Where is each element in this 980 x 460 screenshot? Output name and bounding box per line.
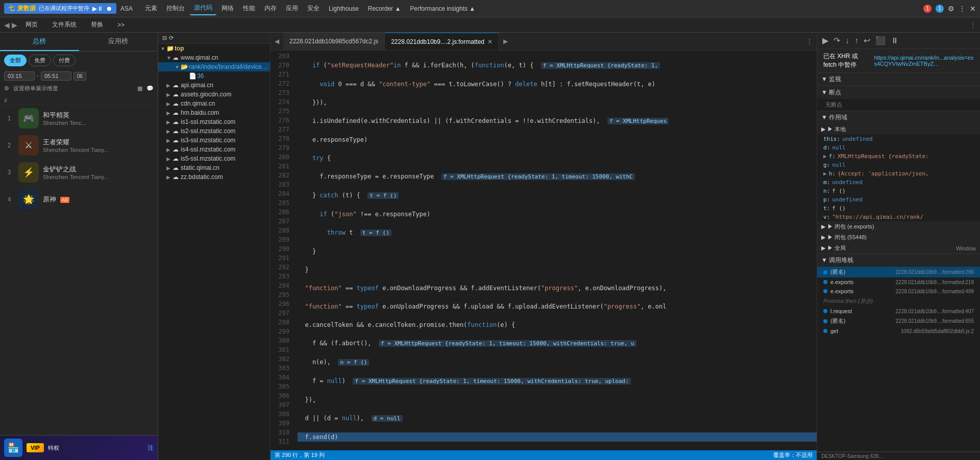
filter-paid[interactable]: 付费 bbox=[53, 55, 76, 66]
tree-item-is5[interactable]: ▶ ☁ is5-ssl.mzstatic.com bbox=[158, 154, 270, 163]
refresh-icon[interactable]: ⟳ bbox=[169, 35, 174, 41]
settings-icon[interactable]: ⚙ bbox=[948, 5, 954, 13]
filter-all[interactable]: 全部 bbox=[4, 55, 27, 66]
add-icon[interactable]: ⋮ bbox=[970, 21, 976, 29]
expand-h[interactable]: ▶ bbox=[823, 170, 827, 177]
rank-info-1: 和平精英 Shenzhen Tenc... bbox=[43, 111, 154, 126]
rank-list: # 1 🎮 和平精英 Shenzhen Tenc... 2 ⚔ 王者荣耀 She… bbox=[0, 94, 158, 435]
forward-icon[interactable]: ▶ bbox=[12, 21, 17, 29]
tree-item-36[interactable]: 📄 36 bbox=[158, 71, 270, 81]
time-from-input[interactable] bbox=[4, 71, 35, 81]
tab-total-ranking[interactable]: 总榜 bbox=[0, 33, 79, 51]
asa-label: ASA bbox=[118, 5, 135, 12]
chat-icon[interactable]: 💬 bbox=[146, 85, 154, 92]
tree-item-api[interactable]: ▶ ☁ api.qimai.cn bbox=[158, 81, 270, 90]
nav-elements[interactable]: 元素 bbox=[141, 2, 161, 15]
debug-toolbar: ▶ ↷ ↓ ↑ ↩ ⬛ ⏸ bbox=[817, 33, 980, 49]
code-editor: ◀ 2228.021ddb10b985cd567dc2.js 2228.021d… bbox=[271, 33, 817, 460]
call-item-4[interactable]: (匿名) 2228.021ddb10b9....formatted:655 bbox=[817, 316, 980, 326]
close-icon[interactable]: ✕ bbox=[970, 5, 976, 13]
top-nav: 元素 控制台 源代码 网络 性能 内存 应用 安全 Lighthouse Rec… bbox=[141, 2, 479, 15]
tab-app-ranking[interactable]: 应用榜 bbox=[79, 33, 158, 51]
step-into-icon[interactable]: ↓ bbox=[844, 35, 850, 46]
tree-item-baidu[interactable]: ▶ ☁ hm.baidu.com bbox=[158, 108, 270, 117]
more-icon[interactable]: ⋮ bbox=[959, 5, 966, 13]
expand-f[interactable]: ▶ bbox=[823, 153, 827, 160]
rank-item-2[interactable]: 2 ⚔ 王者荣耀 Shenzhen Tencent Tiany... bbox=[0, 132, 158, 159]
tab-more[interactable]: >> bbox=[111, 19, 131, 31]
resume-icon[interactable]: ▶ bbox=[821, 35, 829, 46]
tab-scroll-right[interactable]: ▶ bbox=[499, 38, 512, 45]
nav-application[interactable]: 应用 bbox=[282, 2, 302, 15]
nav-performance-insights[interactable]: Performance insights ▲ bbox=[406, 3, 479, 14]
rank-item-1[interactable]: 1 🎮 和平精英 Shenzhen Tenc... bbox=[0, 105, 158, 132]
step-out-icon[interactable]: ↑ bbox=[853, 35, 860, 46]
global-header[interactable]: ▶ ▶ 全局 Window bbox=[817, 243, 980, 253]
grid-view-icon[interactable]: ▦ bbox=[137, 85, 142, 92]
scope-header[interactable]: ▼ 作用域 bbox=[817, 111, 980, 124]
nav-console[interactable]: 控制台 bbox=[162, 2, 189, 15]
nav-memory[interactable]: 内存 bbox=[260, 2, 281, 15]
editor-tab-2[interactable]: 2228.021ddb10b9....2.js:formatted ✕ bbox=[385, 33, 499, 50]
call-item-3[interactable]: l.request 2228.021ddb10b9....formatted:4… bbox=[817, 306, 980, 316]
nav-recorder[interactable]: Recorder ▲ bbox=[364, 3, 405, 14]
callstack-header[interactable]: ▼ 调用堆栈 bbox=[817, 254, 980, 267]
call-item-5[interactable]: get 1082.d6b59afd5daf802dbb0.js:2 bbox=[817, 326, 980, 336]
watch-header[interactable]: ▼ 监视 bbox=[817, 73, 980, 86]
tree-item-is3[interactable]: ▶ ☁ is3-ssl.mzstatic.com bbox=[158, 136, 270, 145]
call-item-0[interactable]: (匿名) 2228.021ddb10b9....formatted:290 bbox=[817, 267, 980, 277]
arrow-assets: ▶ bbox=[166, 92, 173, 97]
nav-security[interactable]: 安全 bbox=[303, 2, 324, 15]
tree-item-qimai[interactable]: ▼ ☁ www.qimai.cn bbox=[158, 53, 270, 62]
tab-menu-icon[interactable]: ⋮ bbox=[802, 38, 817, 45]
tree-item-top[interactable]: ▼ 📁 top bbox=[158, 44, 270, 53]
tree-item-is2[interactable]: ▶ ☁ is2-ssl.mzstatic.com bbox=[158, 126, 270, 136]
filter-free[interactable]: 免费 bbox=[29, 55, 51, 66]
editor-tab-1[interactable]: 2228.021ddb10b985cd567dc2.js bbox=[283, 33, 385, 50]
nav-performance[interactable]: 性能 bbox=[239, 2, 259, 15]
rank-item-3[interactable]: 3 ⚡ 金铲铲之战 Shenzhen Tencent Tiany... bbox=[0, 159, 158, 186]
step-over-icon[interactable]: ↷ bbox=[832, 35, 841, 46]
rank-item-4[interactable]: 4 🌟 原神 AD bbox=[0, 186, 158, 213]
closure2-header[interactable]: ▶ ▶ 闭包 (55448) bbox=[817, 232, 980, 243]
global-val: Window bbox=[956, 245, 976, 251]
right-panel: ▶ ↷ ↓ ↑ ↩ ⬛ ⏸ 已在 XHR 或 fetch 中暂停 https:/… bbox=[817, 33, 980, 460]
tab-filesystem[interactable]: 文件系统 bbox=[46, 18, 83, 31]
tree-item-cdn[interactable]: ▶ ☁ cdn.qimai.cn bbox=[158, 99, 270, 108]
closure1-header[interactable]: ▶ ▶ 闭包 (e.exports) bbox=[817, 221, 980, 232]
nav-network[interactable]: 网络 bbox=[217, 2, 238, 15]
code-line-286: f = null) f = XMLHttpRequest {readyState… bbox=[298, 376, 817, 386]
tree-label-qimai: www.qimai.cn bbox=[181, 54, 218, 61]
deactivate-icon[interactable]: ⬛ bbox=[874, 35, 887, 46]
no-breakpoints: 无断点 bbox=[817, 99, 980, 111]
call-item-2[interactable]: e.exports 2228.021ddb10b9....formatted:4… bbox=[817, 287, 980, 296]
tree-item-static[interactable]: ▶ ☁ static.qimai.cn bbox=[158, 163, 270, 172]
tree-item-is1[interactable]: ▶ ☁ is1-ssl.mzstatic.com bbox=[158, 117, 270, 126]
tree-item-is4[interactable]: ▶ ☁ is4-ssl.mzstatic.com bbox=[158, 145, 270, 154]
tab-scroll-left[interactable]: ◀ bbox=[271, 38, 283, 45]
back-icon[interactable]: ◀ bbox=[4, 21, 10, 29]
paused-url[interactable]: https://api.qimai.cn/rank/in...analysis=… bbox=[874, 55, 974, 67]
watch-label: ▼ 监视 bbox=[821, 75, 841, 84]
tab-close-2[interactable]: ✕ bbox=[487, 38, 493, 45]
pause-on-exceptions-icon[interactable]: ⏸ bbox=[890, 35, 900, 46]
callstack-section: ▼ 调用堆栈 (匿名) 2228.021ddb10b9....formatted… bbox=[817, 254, 980, 452]
settings-icon-left[interactable]: ⚙ bbox=[4, 85, 9, 92]
tree-item-rank[interactable]: ▼ 📂 rank/index/brand/all/device/ip… bbox=[158, 62, 270, 71]
local-scope-header[interactable]: ▶ ▶ 本地 bbox=[817, 124, 980, 135]
tree-item-assets[interactable]: ▶ ☁ assets.giocdn.com bbox=[158, 90, 270, 99]
tab-webpage[interactable]: 网页 bbox=[19, 18, 44, 31]
nav-sources[interactable]: 源代码 bbox=[190, 2, 216, 15]
collapse-icon[interactable]: ⊟ bbox=[162, 35, 167, 41]
tab-replace[interactable]: 替换 bbox=[85, 18, 109, 31]
call-name-0: (匿名) bbox=[830, 268, 893, 276]
time-to-input[interactable] bbox=[41, 71, 71, 81]
tree-item-zz[interactable]: ▶ ☁ zz.bdstatic.com bbox=[158, 172, 270, 182]
code-content[interactable]: if ("setRequestHeader"in f && i.forEach(… bbox=[293, 50, 817, 450]
quick-btn-1[interactable]: 06 bbox=[74, 72, 86, 81]
join-label[interactable]: 注 bbox=[148, 444, 154, 452]
nav-lighthouse[interactable]: Lighthouse bbox=[325, 3, 363, 14]
breakpoints-header[interactable]: ▼ 断点 bbox=[817, 86, 980, 99]
call-item-1[interactable]: e.exports 2228.021ddb10b9....formatted:2… bbox=[817, 277, 980, 287]
step-icon[interactable]: ↩ bbox=[863, 35, 871, 46]
